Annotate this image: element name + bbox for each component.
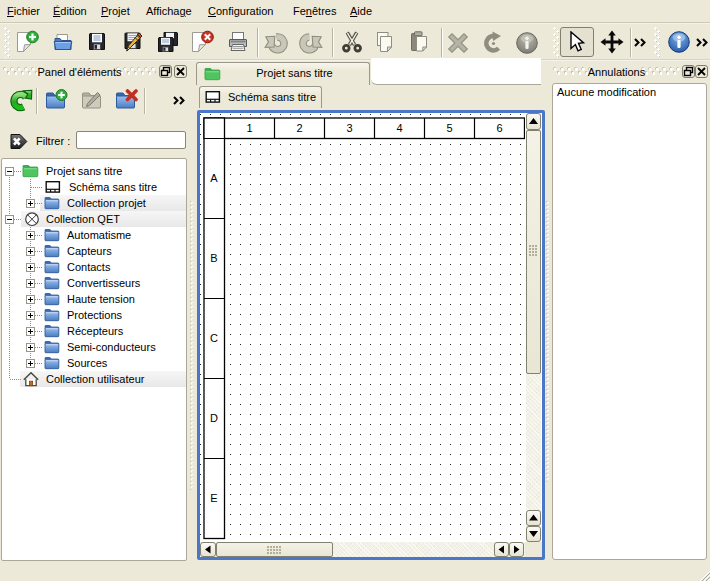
svg-text:A: A <box>210 172 218 184</box>
svg-text:E: E <box>210 492 217 504</box>
svg-text:6: 6 <box>496 122 502 134</box>
svg-text:1: 1 <box>246 122 252 134</box>
svg-text:5: 5 <box>446 122 452 134</box>
svg-text:D: D <box>210 412 218 424</box>
svg-text:4: 4 <box>396 122 402 134</box>
svg-text:B: B <box>210 252 217 264</box>
svg-text:2: 2 <box>296 122 302 134</box>
svg-text:C: C <box>210 332 218 344</box>
svg-text:3: 3 <box>346 122 352 134</box>
